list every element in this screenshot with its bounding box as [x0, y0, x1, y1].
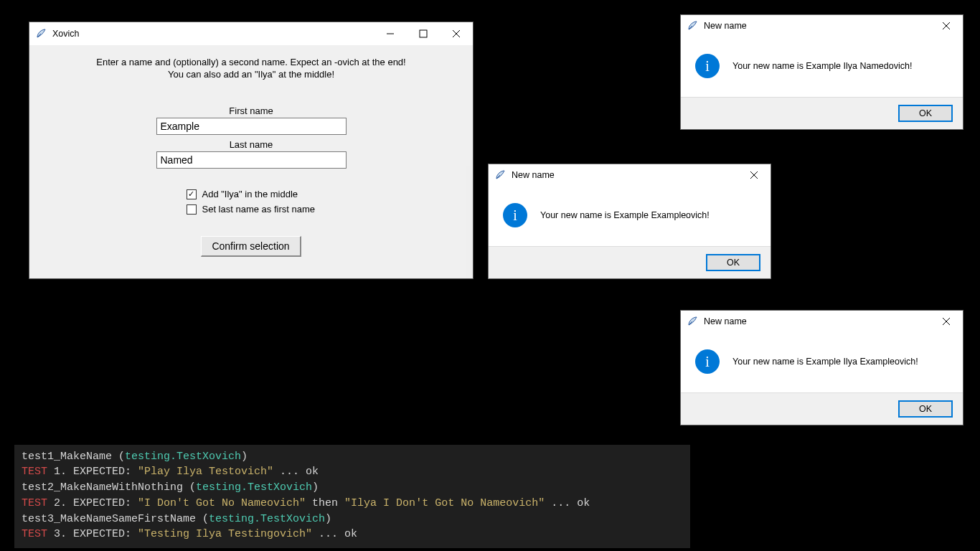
console-line: test2_MakeNameWithNothing (testing.TestX…	[22, 480, 683, 496]
checkbox-lastfirst[interactable]	[187, 204, 197, 215]
instruction-text: Enter a name and (optionally) a second n…	[44, 57, 458, 67]
close-button[interactable]	[930, 310, 963, 333]
ok-button[interactable]: OK	[898, 400, 953, 418]
msgbox-3: New name i Your new name is Example Ilya…	[680, 310, 963, 425]
last-name-input[interactable]	[156, 151, 347, 169]
msgbox-footer: OK	[681, 97, 963, 129]
checkbox-ilya-label: Add "Ilya" in the middle	[202, 189, 298, 199]
last-name-label: Last name	[44, 139, 458, 150]
window-title: Xovich	[52, 29, 80, 39]
console-line: TEST 3. EXPECTED: "Testing Ilya Testingo…	[22, 527, 683, 542]
msgbox-titlebar: New name	[489, 164, 771, 186]
msgbox-titlebar: New name	[681, 311, 963, 332]
titlebar: Xovich	[29, 22, 473, 45]
confirm-button[interactable]: Confirm selection	[201, 236, 301, 257]
msgbox-text: Your new name is Example Ilya Namedovich…	[732, 61, 912, 71]
feather-icon	[35, 28, 47, 39]
console-line: test1_MakeName (testing.TestXovich)	[22, 449, 683, 465]
svg-rect-1	[420, 30, 427, 37]
checkbox-lastfirst-row[interactable]: Set last name as first name	[156, 204, 347, 215]
maximize-button[interactable]	[407, 22, 440, 45]
msgbox-1: New name i Your new name is Example Ilya…	[680, 14, 963, 130]
msgbox-body: i Your new name is Example Exampleovich!	[489, 186, 771, 246]
msgbox-text: Your new name is Example Ilya Exampleovi…	[732, 357, 918, 367]
msgbox-title: New name	[704, 21, 747, 31]
checkbox-ilya[interactable]: ✓	[187, 189, 197, 199]
minimize-button[interactable]	[374, 22, 407, 45]
msgbox-titlebar: New name	[681, 15, 963, 37]
console-line: test3_MakeNameSameFirstName (testing.Tes…	[22, 512, 683, 527]
msgbox-body: i Your new name is Example Ilya Exampleo…	[681, 332, 963, 392]
checkbox-ilya-row[interactable]: ✓ Add "Ilya" in the middle	[156, 189, 347, 199]
checkbox-lastfirst-label: Set last name as first name	[202, 204, 316, 215]
close-button[interactable]	[738, 164, 771, 187]
close-button[interactable]	[440, 22, 473, 45]
first-name-label: First name	[44, 105, 458, 116]
console-line: TEST 1. EXPECTED: "Play Ilya Testovich" …	[22, 464, 683, 480]
console-line: TEST 2. EXPECTED: "I Don't Got No Nameov…	[22, 496, 683, 512]
msgbox-footer: OK	[681, 392, 963, 425]
console-output: test1_MakeName (testing.TestXovich) TEST…	[14, 445, 690, 549]
close-button[interactable]	[930, 14, 963, 37]
msgbox-title: New name	[704, 316, 747, 326]
info-icon: i	[503, 203, 527, 227]
feather-icon	[687, 316, 698, 327]
window-body: Enter a name and (optionally) a second n…	[29, 45, 473, 278]
first-name-input[interactable]	[156, 118, 347, 135]
msgbox-title: New name	[512, 170, 555, 180]
xovich-main-window: Xovich Enter a name and (optionally) a s…	[29, 22, 473, 279]
msgbox-body: i Your new name is Example Ilya Namedovi…	[681, 37, 963, 97]
msgbox-footer: OK	[489, 246, 771, 278]
feather-icon	[494, 169, 506, 181]
ok-button[interactable]: OK	[898, 105, 953, 122]
feather-icon	[687, 20, 698, 32]
ok-button[interactable]: OK	[706, 254, 760, 271]
info-icon: i	[695, 349, 720, 374]
info-icon: i	[695, 54, 720, 78]
msgbox-text: Your new name is Example Exampleovich!	[540, 210, 710, 220]
instruction-text-2: You can also add an "Ilya" at the middle…	[44, 69, 458, 80]
msgbox-2: New name i Your new name is Example Exam…	[488, 164, 771, 279]
